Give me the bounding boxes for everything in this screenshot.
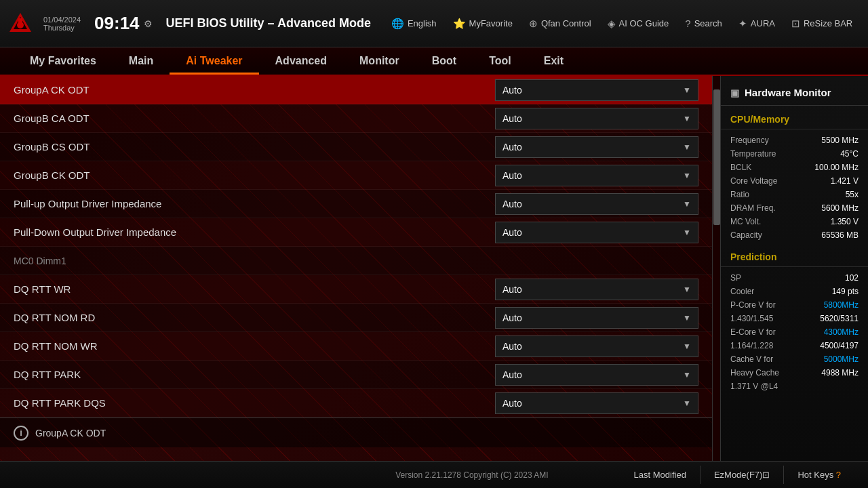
dropdown-pulldown[interactable]: Auto ▼ <box>495 222 698 243</box>
hw-value: 5600 MHz <box>821 203 859 213</box>
chevron-down-icon: ▼ <box>683 285 691 294</box>
fan-icon: ⊕ <box>529 18 538 30</box>
list-item: Capacity 65536 MB <box>721 228 868 242</box>
table-row: MC0 Dimm1 <box>0 247 712 275</box>
settings-panel: GroupA CK ODT Auto ▼ GroupB CA ODT Auto … <box>0 76 712 461</box>
hot-keys-button[interactable]: Hot Keys ? <box>783 466 854 484</box>
dropdown-dq-rtt-nom-wr[interactable]: Auto ▼ <box>495 336 698 357</box>
table-row[interactable]: DQ RTT PARK DQS Auto ▼ <box>0 389 712 418</box>
hw-value: 102 <box>845 273 859 283</box>
chevron-down-icon: ▼ <box>683 171 691 180</box>
list-item: 1.164/1.228 4500/4197 <box>721 339 868 352</box>
dropdown-dq-rtt-park-dqs[interactable]: Auto ▼ <box>495 392 698 414</box>
list-item: Core Voltage 1.421 V <box>721 174 868 188</box>
hw-value-highlight: 4300MHz <box>824 327 859 337</box>
row-label: DQ RTT NOM WR <box>14 340 98 352</box>
tab-my-favorites[interactable]: My Favorites <box>14 49 113 73</box>
date-info: 01/04/2024 Thursday <box>43 16 81 32</box>
hw-value: 1.421 V <box>831 176 859 186</box>
tab-ai-tweaker[interactable]: Ai Tweaker <box>170 49 258 75</box>
table-row[interactable]: GroupB CK ODT Auto ▼ <box>0 161 712 190</box>
table-row[interactable]: DQ RTT NOM RD Auto ▼ <box>0 304 712 332</box>
last-modified-button[interactable]: Last Modified <box>620 466 700 484</box>
chevron-down-icon: ▼ <box>683 342 691 351</box>
table-row[interactable]: DQ RTT PARK Auto ▼ <box>0 361 712 389</box>
tab-main[interactable]: Main <box>113 49 170 73</box>
hw-value-highlight: 5800MHz <box>824 300 859 310</box>
hw-label: BCLK <box>730 163 751 172</box>
dropdown-groupB-ca-odt[interactable]: Auto ▼ <box>495 108 698 129</box>
chevron-down-icon: ▼ <box>683 114 691 123</box>
dropdown-value: Auto <box>502 85 522 96</box>
dropdown-value: Auto <box>502 170 522 181</box>
hw-value: 45°C <box>840 149 859 159</box>
table-row[interactable]: GroupB CA ODT Auto ▼ <box>0 104 712 133</box>
table-row[interactable]: GroupB CS ODT Auto ▼ <box>0 133 712 161</box>
svg-rect-3 <box>18 18 22 25</box>
settings-icon[interactable]: ⚙ <box>144 18 153 29</box>
nav-resize[interactable]: ⊡ ReSize BAR <box>785 14 859 34</box>
day-text: Thursday <box>43 24 81 32</box>
tab-bar: My Favorites Main Ai Tweaker Advanced Mo… <box>0 47 868 76</box>
info-icon: i <box>14 426 28 441</box>
hw-label: DRAM Freq. <box>730 203 776 213</box>
nav-aioc[interactable]: ◈ AI OC Guide <box>601 14 676 34</box>
dropdown-dq-rtt-nom-rd[interactable]: Auto ▼ <box>495 307 698 329</box>
clock-area: 09:14 ⚙ <box>94 13 153 34</box>
hw-label: Heavy Cache <box>730 368 779 378</box>
tab-boot[interactable]: Boot <box>416 49 473 73</box>
info-bar: i GroupA CK ODT <box>0 418 712 447</box>
list-item: BCLK 100.00 MHz <box>721 161 868 174</box>
nav-memtest[interactable]: ◫ MemTest86 <box>862 14 868 34</box>
nav-myfavorite[interactable]: ⭐ MyFavorite <box>446 14 519 34</box>
hw-value: 5500 MHz <box>821 136 859 145</box>
hw-label: 1.430/1.545 <box>730 314 773 323</box>
table-row[interactable]: DQ RTT WR Auto ▼ <box>0 275 712 304</box>
dropdown-groupB-ck-odt[interactable]: Auto ▼ <box>495 165 698 186</box>
tab-exit[interactable]: Exit <box>528 49 580 73</box>
resize-icon: ⊡ <box>791 18 800 30</box>
tab-tool[interactable]: Tool <box>473 49 528 73</box>
nav-resize-label: ReSize BAR <box>804 18 852 28</box>
tab-monitor[interactable]: Monitor <box>343 49 416 73</box>
logo-area <box>8 12 33 36</box>
section-gap <box>721 242 868 249</box>
row-label: GroupA CK ODT <box>14 84 90 96</box>
nav-english[interactable]: 🌐 English <box>384 14 443 34</box>
hw-label: Temperature <box>730 149 776 159</box>
nav-aura[interactable]: ✦ AURA <box>732 14 782 34</box>
hw-label: SP <box>730 273 741 283</box>
dropdown-dq-rtt-park[interactable]: Auto ▼ <box>495 364 698 386</box>
footer: Version 2.21.1278 Copyright (C) 2023 AMI… <box>0 461 868 488</box>
list-item: 1.371 V @L4 <box>721 380 868 393</box>
table-row[interactable]: Pull-Down Output Driver Impedance Auto ▼ <box>0 218 712 247</box>
list-item: E-Core V for 4300MHz <box>721 325 868 339</box>
ez-mode-label: EzMode(F7)⊡ <box>714 470 770 480</box>
table-row[interactable]: Pull-up Output Driver Impedance Auto ▼ <box>0 190 712 218</box>
scrollbar[interactable] <box>712 76 720 461</box>
ez-mode-button[interactable]: EzMode(F7)⊡ <box>700 466 784 484</box>
main-content: GroupA CK ODT Auto ▼ GroupB CA ODT Auto … <box>0 76 868 461</box>
dropdown-groupA-ck-odt[interactable]: Auto ▼ <box>495 79 698 101</box>
table-row[interactable]: GroupA CK ODT Auto ▼ <box>0 76 712 104</box>
nav-qfan[interactable]: ⊕ Qfan Control <box>522 14 598 34</box>
hw-value: 4988 MHz <box>821 368 859 378</box>
hw-value: 4500/4197 <box>820 341 859 350</box>
dropdown-pullup[interactable]: Auto ▼ <box>495 193 698 215</box>
dropdown-groupB-cs-odt[interactable]: Auto ▼ <box>495 136 698 158</box>
list-item: MC Volt. 1.350 V <box>721 215 868 228</box>
table-row[interactable]: DQ RTT NOM WR Auto ▼ <box>0 332 712 361</box>
nav-search[interactable]: ? Search <box>678 14 729 33</box>
hw-value: 100.00 MHz <box>814 163 859 172</box>
hw-value: 1.350 V <box>831 217 859 226</box>
tab-advanced[interactable]: Advanced <box>259 49 343 73</box>
hw-label: Cache V for <box>730 354 773 364</box>
header-bar: 01/04/2024 Thursday 09:14 ⚙ UEFI BIOS Ut… <box>0 0 868 47</box>
scrollbar-thumb[interactable] <box>713 89 720 225</box>
dropdown-dq-rtt-wr[interactable]: Auto ▼ <box>495 279 698 300</box>
header-nav: 🌐 English ⭐ MyFavorite ⊕ Qfan Control ◈ … <box>384 14 868 34</box>
row-label: Pull-up Output Driver Impedance <box>14 198 161 209</box>
hw-label: Core Voltage <box>730 176 777 186</box>
row-label: DQ RTT PARK <box>14 369 81 380</box>
list-item: Frequency 5500 MHz <box>721 134 868 147</box>
